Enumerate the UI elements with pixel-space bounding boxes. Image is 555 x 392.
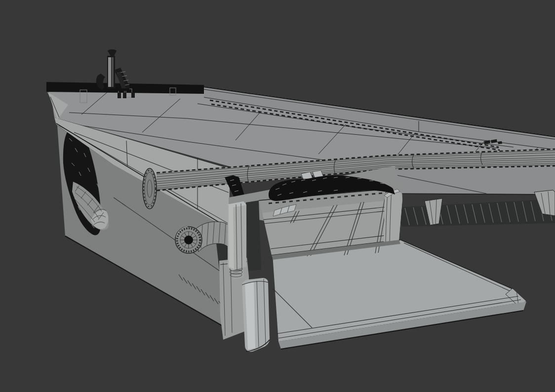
flange-hub-dark bbox=[184, 235, 193, 244]
rail-tabs bbox=[118, 92, 135, 98]
viewport-3d[interactable]: Trailer deck with panel seams B bbox=[0, 0, 555, 392]
jack-body-mid-facet bbox=[112, 57, 114, 87]
jack-base bbox=[106, 88, 129, 91]
jack-crank-top bbox=[108, 49, 117, 52]
render-canvas: Trailer deck with panel seams B bbox=[0, 0, 555, 392]
jack-body-lit-facet bbox=[108, 57, 111, 87]
box-gap-shadow bbox=[246, 200, 261, 271]
